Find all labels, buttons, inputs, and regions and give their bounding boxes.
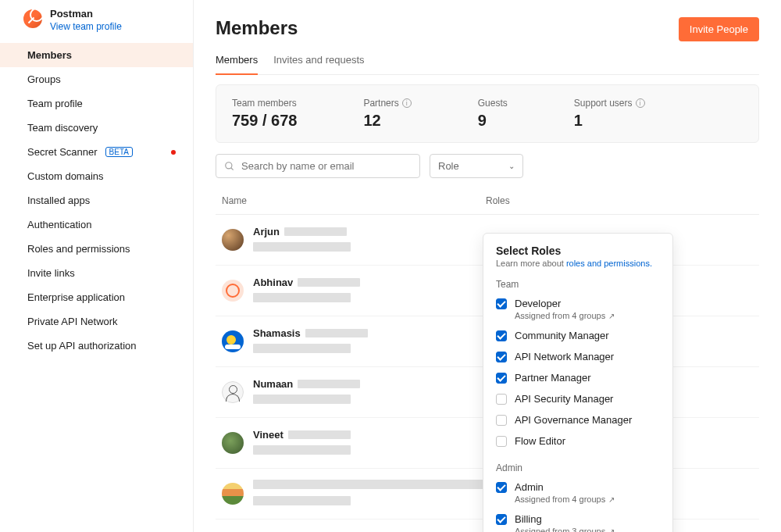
redacted-placeholder: [253, 496, 351, 505]
role-option-flow-editor[interactable]: Flow Editor: [483, 430, 672, 452]
invite-people-button[interactable]: Invite People: [679, 17, 759, 41]
page-title: Members: [216, 17, 298, 39]
team-name: Postman: [50, 8, 122, 20]
tab-invites-and-requests[interactable]: Invites and requests: [273, 54, 364, 75]
role-option-api-network-manager[interactable]: API Network Manager: [483, 346, 672, 367]
stat-partners: Partnersi 12: [363, 98, 411, 130]
role-option-label: Billing: [515, 513, 615, 525]
svg-point-0: [226, 162, 232, 168]
role-option-label: Community Manager: [515, 330, 609, 341]
role-option-api-governance-manager[interactable]: API Governance Manager: [483, 409, 672, 430]
sidebar-item-private-api-network[interactable]: Private API Network: [0, 309, 193, 334]
sidebar-item-team-profile[interactable]: Team profile: [0, 91, 193, 116]
beta-badge: BETA: [105, 147, 133, 157]
checkbox[interactable]: [496, 330, 507, 341]
role-option-community-manager[interactable]: Community Manager: [483, 325, 672, 346]
redacted-placeholder: [288, 430, 351, 439]
role-option-hint: Assigned from 4 groups↗: [515, 495, 615, 504]
sidebar-item-label: Private API Network: [27, 316, 118, 327]
sidebar-item-label: Groups: [27, 73, 61, 85]
sidebar-item-label: Roles and permissions: [27, 243, 130, 255]
stat-guests: Guests 9: [478, 98, 508, 130]
member-name: Arjun: [253, 226, 280, 237]
stat-value: 1: [574, 112, 645, 130]
role-option-api-security-manager[interactable]: API Security Manager: [483, 388, 672, 409]
sidebar-item-label: Team profile: [27, 98, 83, 109]
checkbox[interactable]: [496, 298, 507, 309]
popover-section-heading: Admin: [483, 452, 672, 477]
search-box[interactable]: [216, 154, 420, 178]
external-link-icon: ↗: [608, 495, 615, 504]
select-roles-popover: Select Roles Learn more about roles and …: [483, 233, 673, 532]
view-team-profile-link[interactable]: View team profile: [50, 21, 122, 32]
checkbox[interactable]: [496, 373, 507, 384]
sidebar-item-custom-domains[interactable]: Custom domains: [0, 164, 193, 188]
member-name: Shamasis: [253, 327, 301, 339]
sidebar-item-label: Authentication: [27, 219, 91, 230]
avatar: [222, 381, 244, 403]
member-name-col: Numaan: [253, 378, 486, 406]
role-option-label: API Governance Manager: [515, 414, 632, 426]
sidebar-item-authentication[interactable]: Authentication: [0, 212, 193, 237]
stat-label: Team members: [232, 98, 297, 109]
redacted-placeholder: [305, 329, 368, 337]
redacted-placeholder: [253, 242, 351, 252]
checkbox[interactable]: [496, 415, 507, 426]
redacted-placeholder: [298, 278, 360, 287]
member-name-col: Shamasis: [253, 327, 486, 355]
role-option-partner-manager[interactable]: Partner Manager: [483, 367, 672, 388]
popover-subtitle: Learn more about roles and permissions.: [483, 257, 672, 268]
role-option-developer[interactable]: DeveloperAssigned from 4 groups↗: [483, 293, 672, 325]
role-option-label: API Network Manager: [515, 351, 614, 362]
avatar: [222, 432, 244, 454]
info-icon[interactable]: i: [636, 98, 645, 108]
role-filter-select[interactable]: Role ⌄: [430, 154, 523, 178]
stat-label: Guests: [478, 98, 508, 109]
sidebar-item-team-discovery[interactable]: Team discovery: [0, 116, 193, 140]
redacted-placeholder: [253, 344, 351, 353]
tab-members[interactable]: Members: [216, 54, 258, 75]
sidebar-item-invite-links[interactable]: Invite links: [0, 261, 193, 285]
sidebar-item-secret-scanner[interactable]: Secret ScannerBETA: [0, 140, 193, 164]
role-option-label: Admin: [515, 481, 615, 493]
info-icon[interactable]: i: [402, 98, 412, 108]
sidebar-item-roles-and-permissions[interactable]: Roles and permissions: [0, 237, 193, 261]
sidebar-item-enterprise-application[interactable]: Enterprise application: [0, 285, 193, 309]
roles-permissions-link[interactable]: roles and permissions.: [566, 259, 652, 268]
role-option-label: Partner Manager: [515, 372, 591, 384]
checkbox[interactable]: [496, 482, 507, 493]
table-header: Name Roles: [216, 195, 759, 215]
redacted-placeholder: [253, 395, 351, 404]
member-name-col: Abhinav: [253, 277, 486, 305]
checkbox[interactable]: [496, 514, 507, 525]
checkbox[interactable]: [496, 352, 507, 362]
redacted-placeholder: [298, 380, 360, 388]
stat-support-users: Support usersi 1: [574, 98, 645, 130]
sidebar-item-label: Members: [27, 49, 72, 61]
team-logo-icon: [23, 9, 42, 28]
sidebar-item-label: Custom domains: [27, 170, 104, 182]
stat-value: 759 / 678: [232, 112, 297, 130]
stat-label: Support users: [574, 98, 633, 109]
sidebar-item-members[interactable]: Members: [0, 43, 193, 67]
role-filter-label: Role: [438, 160, 459, 172]
avatar: [222, 330, 244, 352]
search-input[interactable]: [241, 160, 412, 172]
role-option-admin[interactable]: AdminAssigned from 4 groups↗: [483, 477, 672, 509]
sidebar: Postman View team profile MembersGroupsT…: [0, 0, 194, 532]
checkbox[interactable]: [496, 394, 507, 405]
member-name-col: [253, 480, 486, 508]
role-option-label: API Security Manager: [515, 393, 613, 405]
sidebar-item-groups[interactable]: Groups: [0, 67, 193, 91]
svg-line-1: [231, 167, 234, 170]
role-option-label: Flow Editor: [515, 435, 565, 447]
sidebar-item-set-up-api-authorization[interactable]: Set up API authorization: [0, 334, 193, 358]
avatar: [222, 280, 244, 302]
role-option-billing[interactable]: BillingAssigned from 3 groups↗: [483, 509, 672, 532]
avatar: [222, 229, 244, 251]
stat-label: Partners: [363, 98, 398, 109]
sidebar-item-label: Enterprise application: [27, 291, 125, 303]
checkbox[interactable]: [496, 436, 507, 447]
sidebar-item-installed-apps[interactable]: Installed apps: [0, 188, 193, 212]
tabs: MembersInvites and requests: [216, 54, 759, 75]
